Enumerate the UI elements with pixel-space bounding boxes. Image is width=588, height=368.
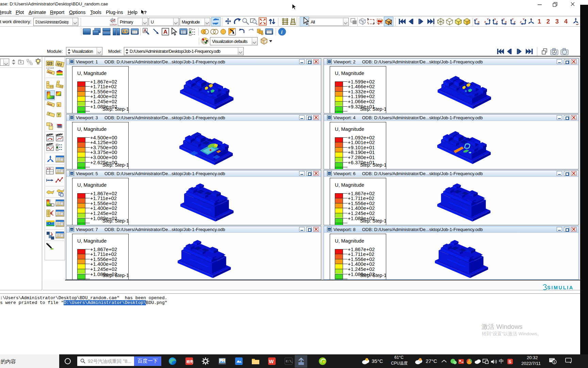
svg-text:X: X <box>478 20 480 24</box>
svg-text:X Y: X Y <box>47 168 51 170</box>
svg-text:C:\_: C:\_ <box>286 360 293 363</box>
svg-text:11010: 11010 <box>110 24 117 26</box>
svg-text:SIMULIA: SIMULIA <box>547 285 574 290</box>
svg-text:X: X <box>505 20 507 24</box>
svg-text:123: 123 <box>47 62 53 65</box>
svg-text:稻壳: 稻壳 <box>186 360 193 364</box>
svg-text:1 2 3 4: 1 2 3 4 <box>46 67 54 69</box>
svg-text:A: A <box>163 29 167 35</box>
svg-text:Z: Z <box>496 20 498 24</box>
svg-text:Z: Z <box>520 20 522 24</box>
svg-text:5: 5 <box>554 361 555 364</box>
svg-text:Y: Y <box>523 18 525 21</box>
svg-text:A: A <box>144 28 147 33</box>
svg-text:S: S <box>508 359 511 364</box>
svg-text:?: ? <box>144 10 147 15</box>
svg-text:x: x <box>58 103 60 107</box>
svg-text:W: W <box>269 358 274 364</box>
svg-text:Y: Y <box>530 18 532 20</box>
svg-text:Y: Y <box>487 18 489 21</box>
svg-text:Z: Z <box>514 20 516 24</box>
svg-text:X: X <box>484 20 486 24</box>
svg-text:Z: Z <box>503 18 505 21</box>
